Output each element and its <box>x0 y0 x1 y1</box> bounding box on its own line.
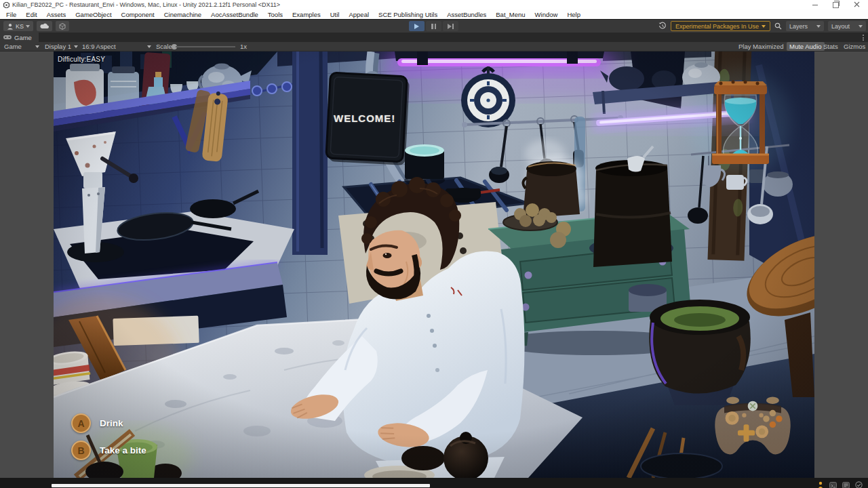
menu-component[interactable]: Component <box>117 11 159 18</box>
unity-editor-window: Kilian_FB2022_PC - Restaurant_Envi - Win… <box>0 0 868 488</box>
status-check-icon[interactable] <box>855 479 863 488</box>
chevron-down-icon <box>26 25 30 28</box>
menu-util[interactable]: Util <box>326 11 344 18</box>
menu-gameobject[interactable]: GameObject <box>71 11 116 18</box>
tab-game[interactable]: Game <box>0 33 39 42</box>
gamepad-icon <box>3 35 12 40</box>
prompt-label: Take a bite <box>100 445 146 455</box>
undo-history-button[interactable] <box>658 20 667 33</box>
chevron-down-icon <box>816 25 821 28</box>
menu-appeal[interactable]: Appeal <box>344 11 374 18</box>
prompt-take-a-bite: B Take a bite <box>71 441 146 460</box>
scale-value: 1x <box>237 42 250 51</box>
gamepad-a-button-icon: A <box>71 413 91 433</box>
welcome-sign-text: WELCOME! <box>326 75 403 161</box>
pause-button[interactable] <box>426 21 441 31</box>
play-button[interactable] <box>409 21 425 31</box>
menu-examples[interactable]: Examples <box>288 11 326 18</box>
activity-sprite-icon[interactable] <box>817 479 824 488</box>
chevron-down-icon <box>35 45 39 48</box>
menu-bar: File Edit Assets GameObject Component Ci… <box>0 9 868 19</box>
gizmos-dropdown[interactable]: Gizmos <box>841 42 868 51</box>
menu-assetbundles[interactable]: AssetBundles <box>442 11 491 18</box>
aspect-ratio-dropdown[interactable]: 16:9 Aspect <box>79 42 154 51</box>
editor-content-area: Difficulty:EASY WELCOME! A Drink B Take … <box>0 52 868 478</box>
pause-icon <box>431 24 436 29</box>
layers-dropdown[interactable]: Layers <box>786 21 824 31</box>
minimize-button[interactable] <box>812 5 818 5</box>
menu-file[interactable]: File <box>1 11 21 18</box>
title-bar: Kilian_FB2022_PC - Restaurant_Envi - Win… <box>0 0 868 9</box>
prompt-label: Drink <box>100 418 123 428</box>
menu-aocassetbundle[interactable]: AocAssetBundle <box>206 11 263 18</box>
display-dropdown[interactable]: Display 1 <box>42 42 81 51</box>
chevron-down-icon <box>74 45 78 48</box>
chevron-down-icon <box>147 45 151 48</box>
user-icon <box>7 23 14 30</box>
scale-slider[interactable] <box>172 42 235 51</box>
background-window-edge <box>52 484 430 487</box>
step-icon <box>448 24 454 29</box>
status-bar <box>0 478 868 488</box>
kitchen-scene <box>54 52 814 478</box>
menu-sce-publishing-utils[interactable]: SCE Publishing Utils <box>374 11 442 18</box>
chevron-down-icon <box>762 25 766 28</box>
prompt-drink: A Drink <box>71 413 146 433</box>
menu-bat-menu[interactable]: Bat_Menu <box>491 11 530 18</box>
layout-dropdown[interactable]: Layout <box>828 21 866 31</box>
maximize-button[interactable] <box>833 2 839 8</box>
button-prompts: A Drink B Take a bite <box>71 413 146 460</box>
close-button[interactable] <box>854 1 860 9</box>
gamepad-b-button-icon: B <box>71 441 91 460</box>
menu-assets[interactable]: Assets <box>42 11 71 18</box>
main-toolbar: KS Experimental Packages In Use <box>0 19 868 33</box>
package-icon <box>59 23 66 30</box>
history-icon <box>658 22 667 30</box>
play-maximized-dropdown[interactable]: Play Maximized <box>736 42 793 51</box>
gamepad-hint-icon <box>710 394 795 459</box>
menu-window[interactable]: Window <box>530 11 563 18</box>
menu-cinemachine[interactable]: Cinemachine <box>159 11 206 18</box>
unity-logo-icon <box>3 2 9 8</box>
tray-icon-2[interactable] <box>842 479 850 488</box>
mute-audio-toggle[interactable]: Mute Audio <box>787 42 825 51</box>
difficulty-label: Difficulty:EASY <box>58 56 105 63</box>
tab-strip: Game <box>0 33 868 42</box>
cloud-button[interactable] <box>37 21 52 31</box>
cloud-icon <box>40 23 49 29</box>
step-button[interactable] <box>443 21 458 31</box>
game-viewport[interactable]: Difficulty:EASY WELCOME! A Drink B Take … <box>54 52 814 478</box>
play-icon <box>414 24 419 29</box>
game-mode-dropdown[interactable]: Game <box>1 42 42 51</box>
account-dropdown[interactable]: KS <box>3 21 33 31</box>
menu-help[interactable]: Help <box>562 11 585 18</box>
chevron-down-icon <box>859 25 863 28</box>
search-icon <box>774 22 782 30</box>
menu-edit[interactable]: Edit <box>21 11 41 18</box>
menu-tools[interactable]: Tools <box>263 11 288 18</box>
experimental-packages-dropdown[interactable]: Experimental Packages In Use <box>671 21 770 31</box>
panel-menu-icon[interactable] <box>863 35 864 41</box>
window-title: Kilian_FB2022_PC - Restaurant_Envi - Win… <box>12 1 812 8</box>
tray-icon-1[interactable] <box>829 479 837 488</box>
search-button[interactable] <box>774 20 782 33</box>
stats-toggle[interactable]: Stats <box>821 42 841 51</box>
services-button[interactable] <box>56 21 69 31</box>
game-view-toolbar: Game Display 1 16:9 Aspect Scale 1x Play… <box>0 42 868 52</box>
